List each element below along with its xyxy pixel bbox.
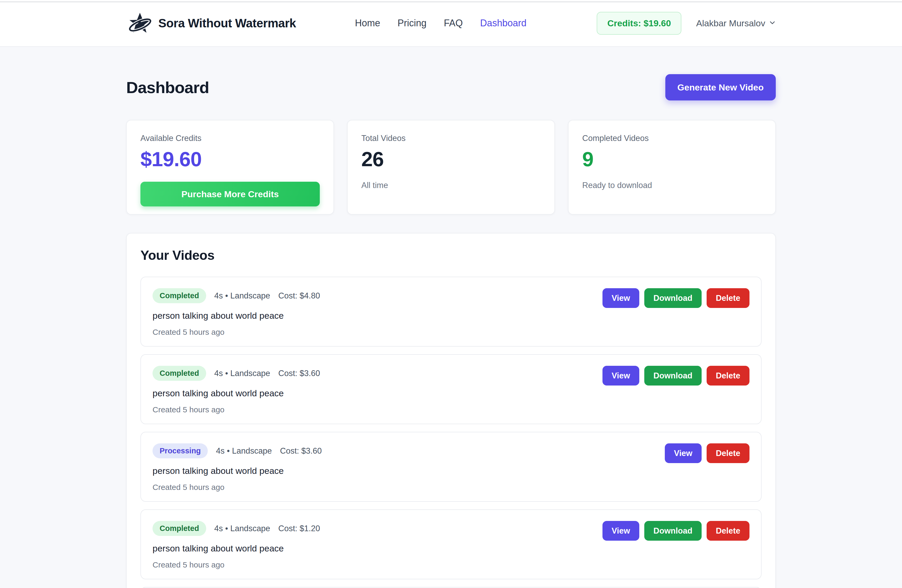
stat-card-total-videos: Total Videos 26 All time [347, 120, 555, 214]
video-created: Created 5 hours ago [152, 405, 320, 414]
main-nav: Home Pricing FAQ Dashboard [355, 18, 526, 29]
stat-card-available-credits: Available Credits $19.60 Purchase More C… [126, 120, 334, 214]
video-row-info: Completed 4s • Landscape Cost: $3.60 per… [152, 366, 320, 414]
your-videos-panel: Your Videos Completed 4s • Landscape Cos… [126, 233, 776, 588]
video-row: Processing 4s • Landscape Cost: $3.60 pe… [141, 432, 761, 502]
video-actions: ViewDownloadDelete [603, 366, 750, 386]
stat-label: Completed Videos [582, 134, 761, 143]
stat-label: Total Videos [361, 134, 541, 143]
stats-section: Available Credits $19.60 Purchase More C… [126, 120, 776, 214]
video-title: person talking about world peace [152, 543, 320, 554]
download-button[interactable]: Download [644, 288, 702, 308]
stat-value-completed: 9 [582, 147, 761, 171]
view-button[interactable]: View [603, 366, 639, 386]
video-actions: ViewDownloadDelete [603, 288, 750, 308]
video-cost: Cost: $1.20 [278, 524, 320, 533]
video-row: Completed 4s • Landscape Cost: $4.80 per… [141, 277, 761, 347]
brand-name: Sora Without Watermark [158, 16, 296, 30]
delete-button[interactable]: Delete [706, 366, 750, 386]
stat-card-completed-videos: Completed Videos 9 Ready to download [568, 120, 776, 214]
video-meta: 4s • Landscape [215, 369, 270, 378]
video-created: Created 5 hours ago [152, 328, 320, 336]
video-row-info: Processing 4s • Landscape Cost: $3.60 pe… [152, 443, 322, 492]
credits-badge[interactable]: Credits: $19.60 [597, 12, 681, 35]
purchase-more-credits-button[interactable]: Purchase More Credits [141, 182, 320, 206]
video-actions: ViewDelete [665, 443, 750, 463]
stat-sub: All time [361, 181, 541, 190]
video-meta: 4s • Landscape [216, 446, 272, 456]
delete-button[interactable]: Delete [706, 288, 750, 308]
your-videos-heading: Your Videos [141, 248, 761, 263]
app-header: Sora Without Watermark Home Pricing FAQ … [0, 0, 902, 47]
video-meta: 4s • Landscape [215, 291, 270, 300]
video-title: person talking about world peace [152, 388, 320, 399]
view-button[interactable]: View [603, 288, 639, 308]
user-name: Alakbar Mursalov [696, 18, 765, 28]
stat-value-total: 26 [361, 147, 541, 171]
status-badge: Completed [152, 366, 206, 381]
view-button[interactable]: View [603, 521, 639, 541]
download-button[interactable]: Download [644, 521, 702, 541]
video-row: Failed 4s • Landscape Cost: $1.20 person… [141, 587, 761, 588]
nav-faq[interactable]: FAQ [444, 18, 463, 29]
main-content: Dashboard Generate New Video Available C… [126, 74, 776, 588]
video-meta: 4s • Landscape [215, 524, 270, 533]
star-swoosh-icon [126, 9, 153, 37]
video-actions: ViewDownloadDelete [603, 521, 750, 541]
chevron-down-icon [769, 19, 776, 27]
user-menu[interactable]: Alakbar Mursalov [696, 18, 776, 28]
status-badge: Processing [152, 443, 208, 458]
download-button[interactable]: Download [644, 366, 702, 386]
stat-value-credits: $19.60 [141, 147, 320, 171]
stat-sub: Ready to download [582, 181, 761, 190]
nav-pricing[interactable]: Pricing [398, 18, 426, 29]
page-title: Dashboard [126, 78, 209, 97]
video-row: Completed 4s • Landscape Cost: $3.60 per… [141, 354, 761, 424]
brand[interactable]: Sora Without Watermark [126, 9, 296, 37]
video-row-info: Completed 4s • Landscape Cost: $4.80 per… [152, 288, 320, 336]
video-created: Created 5 hours ago [152, 560, 320, 569]
video-list: Completed 4s • Landscape Cost: $4.80 per… [141, 277, 761, 588]
video-cost: Cost: $3.60 [278, 369, 320, 378]
status-badge: Completed [152, 288, 206, 303]
video-row-info: Completed 4s • Landscape Cost: $1.20 per… [152, 521, 320, 569]
delete-button[interactable]: Delete [706, 521, 750, 541]
stat-label: Available Credits [141, 134, 320, 143]
view-button[interactable]: View [665, 443, 702, 463]
nav-dashboard[interactable]: Dashboard [480, 18, 526, 29]
nav-home[interactable]: Home [355, 18, 380, 29]
status-badge: Completed [152, 521, 206, 536]
window-top-divider [0, 1, 902, 2]
video-cost: Cost: $3.60 [280, 446, 322, 456]
video-title: person talking about world peace [152, 311, 320, 321]
video-row: Completed 4s • Landscape Cost: $1.20 per… [141, 509, 761, 579]
delete-button[interactable]: Delete [706, 443, 750, 463]
video-created: Created 5 hours ago [152, 483, 322, 492]
video-cost: Cost: $4.80 [278, 291, 320, 300]
generate-new-video-button[interactable]: Generate New Video [666, 74, 776, 100]
video-title: person talking about world peace [152, 466, 322, 476]
